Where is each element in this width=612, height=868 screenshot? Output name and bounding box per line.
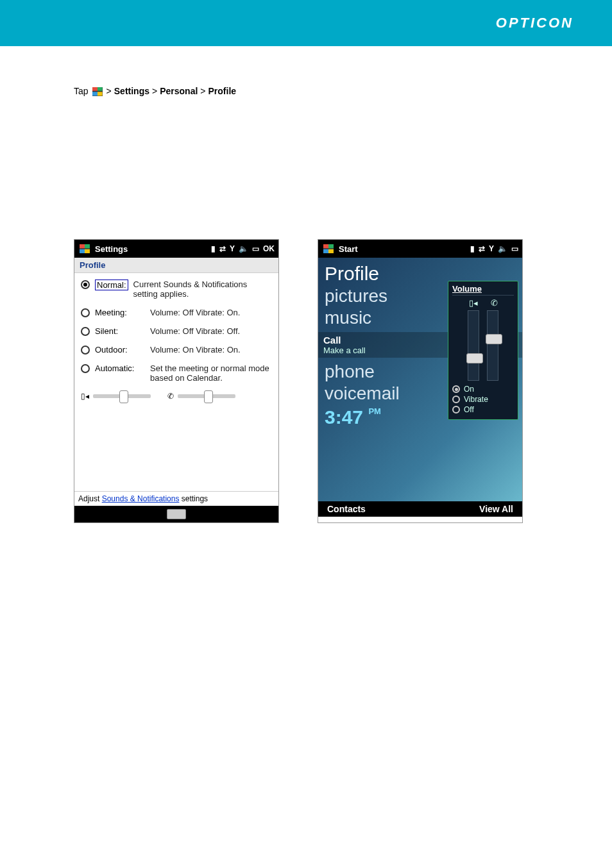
sync-icon: ⇄: [479, 244, 485, 253]
clock-time: 3:47: [325, 406, 363, 428]
profile-option-outdoor[interactable]: Outdoor: Volume: On Vibrate: On.: [81, 345, 272, 355]
today-screen: Profile pictures music Call Make a call …: [318, 258, 522, 501]
keyboard-icon[interactable]: [167, 509, 186, 519]
softkey-bar: Contacts View All: [318, 501, 522, 517]
arrow-separator: >: [152, 85, 157, 98]
page-content: Tap > Settings > Personal > Profile Sett…: [0, 46, 612, 562]
instruction-tap: Tap: [74, 85, 89, 98]
battery-icon: ▭: [511, 244, 518, 253]
profile-body: Normal: Current Sounds & Notifications s…: [74, 273, 278, 491]
section-title: Profile: [74, 258, 278, 273]
signal-icon: ▮: [211, 244, 216, 253]
radio-label: Automatic:: [95, 363, 145, 373]
screenshot-start-volume: Start ▮ ⇄ Y 🔈 ▭ Profile pictures music C…: [318, 239, 523, 523]
radio-label: On: [464, 385, 474, 394]
arrow-separator: >: [106, 85, 112, 98]
navigation-path-text: Tap > Settings > Personal > Profile: [74, 85, 538, 98]
footer-pre: Adjust: [78, 494, 102, 503]
ok-button[interactable]: OK: [263, 244, 275, 253]
slider-track[interactable]: [178, 394, 235, 398]
sounds-notifications-link[interactable]: Sounds & Notifications: [102, 494, 180, 503]
profile-option-normal[interactable]: Normal: Current Sounds & Notifications s…: [81, 280, 272, 299]
status-bar: Settings ▮ ⇄ Y 🔈 ▭ OK: [74, 240, 278, 258]
device-icon: ▯◂: [81, 392, 89, 401]
status-title: Settings: [95, 244, 128, 254]
path-profile: Profile: [208, 85, 237, 98]
page-header: OPTICON: [0, 0, 612, 46]
arrow-separator: >: [200, 85, 205, 98]
radio-description: Volume: Off Vibrate: Off.: [150, 326, 272, 336]
battery-icon: ▭: [252, 244, 259, 253]
windows-start-icon: [92, 87, 103, 96]
screenshot-settings-profile: Settings ▮ ⇄ Y 🔈 ▭ OK Profile Normal: Cu…: [74, 239, 279, 523]
radio-icon[interactable]: [81, 346, 90, 355]
footer-post: settings: [182, 494, 208, 503]
softkey-view-all[interactable]: View All: [479, 504, 513, 514]
radio-icon[interactable]: [452, 396, 460, 403]
radio-icon[interactable]: [81, 364, 90, 373]
signal-icon: ▮: [470, 244, 475, 253]
radio-icon[interactable]: [81, 308, 90, 317]
bottom-bar: [74, 506, 278, 522]
softkey-contacts[interactable]: Contacts: [327, 504, 366, 514]
radio-label: Meeting:: [95, 308, 145, 317]
path-personal: Personal: [160, 85, 198, 98]
footer-link-row: Adjust Sounds & Notifications settings: [74, 491, 278, 506]
volume-popup-icons: ▯◂ ✆: [452, 298, 514, 308]
antenna-icon: Y: [230, 244, 235, 253]
status-icons: ▮ ⇄ Y 🔈 ▭ OK: [211, 244, 275, 253]
profile-option-automatic[interactable]: Automatic: Set the meeting or normal mod…: [81, 363, 272, 383]
status-title: Start: [339, 244, 358, 254]
status-icons: ▮ ⇄ Y 🔈 ▭: [470, 244, 518, 253]
brand-logo: OPTICON: [496, 15, 574, 31]
radio-label: Silent:: [95, 326, 145, 336]
volume-popup-title: Volume: [452, 284, 514, 296]
radio-description: Set the meeting or normal mode based on …: [150, 363, 272, 383]
radio-icon[interactable]: [81, 280, 90, 289]
radio-description: Current Sounds & Notifications setting a…: [133, 280, 272, 299]
screenshots-row: Settings ▮ ⇄ Y 🔈 ▭ OK Profile Normal: Cu…: [74, 239, 538, 523]
speaker-icon[interactable]: 🔈: [498, 244, 507, 253]
phone-volume-slider[interactable]: ✆: [167, 392, 235, 401]
clock-suffix: PM: [368, 406, 381, 416]
radio-label: Vibrate: [464, 395, 488, 404]
status-bar: Start ▮ ⇄ Y 🔈 ▭: [318, 240, 522, 258]
device-volume-slider[interactable]: ▯◂: [81, 392, 151, 401]
ringer-volume-slider[interactable]: [487, 310, 498, 381]
device-icon: ▯◂: [469, 298, 478, 308]
radio-label: Normal:: [95, 280, 128, 290]
path-settings: Settings: [114, 85, 149, 98]
radio-icon[interactable]: [452, 385, 460, 393]
sync-icon: ⇄: [219, 244, 226, 253]
volume-popup: Volume ▯◂ ✆ On: [448, 281, 518, 420]
volume-sliders-row: ▯◂ ✆: [81, 392, 272, 401]
radio-description: Volume: On Vibrate: On.: [150, 345, 272, 355]
volume-mode-off[interactable]: Off: [452, 405, 514, 414]
volume-popup-sliders: [452, 310, 514, 381]
phone-icon: ✆: [167, 392, 174, 401]
device-volume-slider[interactable]: [468, 310, 479, 381]
radio-label: Outdoor:: [95, 345, 145, 355]
antenna-icon: Y: [489, 244, 494, 253]
windows-start-icon[interactable]: [80, 244, 90, 253]
profile-option-meeting[interactable]: Meeting: Volume: Off Vibrate: On.: [81, 308, 272, 317]
radio-label: Off: [464, 405, 474, 414]
profile-option-silent[interactable]: Silent: Volume: Off Vibrate: Off.: [81, 326, 272, 336]
phone-icon: ✆: [491, 298, 498, 308]
volume-mode-vibrate[interactable]: Vibrate: [452, 395, 514, 404]
radio-icon[interactable]: [81, 327, 90, 336]
slider-track[interactable]: [93, 394, 151, 398]
windows-start-icon[interactable]: [323, 244, 334, 253]
volume-mode-options: On Vibrate Off: [452, 385, 514, 414]
radio-icon[interactable]: [452, 406, 460, 413]
speaker-icon[interactable]: 🔈: [239, 244, 248, 253]
radio-description: Volume: Off Vibrate: On.: [150, 308, 272, 317]
volume-mode-on[interactable]: On: [452, 385, 514, 394]
